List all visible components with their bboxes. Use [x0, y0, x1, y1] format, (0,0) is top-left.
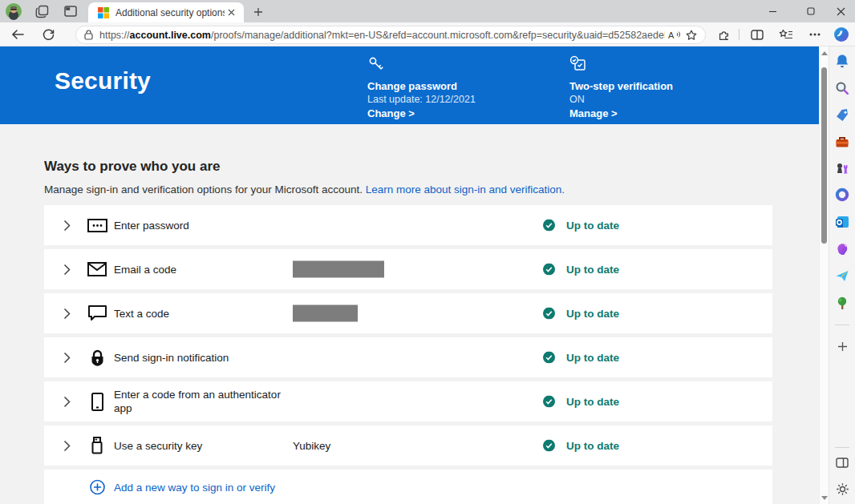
- extensions-icon: [717, 28, 731, 42]
- favorites-button[interactable]: [776, 26, 796, 43]
- toolbox-icon: [835, 135, 849, 148]
- paint-splash-icon: [835, 241, 849, 256]
- maximize-button[interactable]: [795, 0, 827, 22]
- profile-avatar[interactable]: [4, 2, 23, 20]
- method-row-security-key[interactable]: Use a security key Yubikey Up to date: [44, 425, 772, 466]
- image-creator-button[interactable]: [833, 239, 852, 258]
- sidebar-settings-button[interactable]: [833, 479, 852, 498]
- etree-button[interactable]: [833, 293, 852, 312]
- copilot-icon: [833, 26, 849, 42]
- method-row-authenticator-app[interactable]: Enter a code from an authenticator app U…: [44, 381, 772, 421]
- lock-shield-icon: [87, 347, 107, 368]
- change-password-link[interactable]: Change >: [367, 107, 552, 119]
- redacted-email-value: [293, 261, 384, 278]
- method-label: Email a code: [114, 263, 176, 276]
- check-circle-icon: [543, 220, 555, 232]
- add-method-link[interactable]: Add a new way to sign in or verify: [114, 482, 275, 494]
- check-circle-icon: [543, 396, 555, 408]
- section-heading: Ways to prove who you are: [44, 159, 220, 175]
- lock-icon[interactable]: [84, 30, 93, 40]
- m365-ring-icon: [835, 187, 849, 202]
- workspaces-button[interactable]: [32, 2, 51, 20]
- star-icon: [686, 30, 697, 41]
- settings-more-button[interactable]: [805, 26, 825, 43]
- drop-button[interactable]: [833, 266, 852, 285]
- notifications-button[interactable]: [833, 51, 852, 71]
- expand-chevron-icon[interactable]: [63, 263, 73, 276]
- panel-layout-icon: [836, 458, 849, 468]
- sms-bubble-icon: [87, 303, 107, 324]
- expand-chevron-icon[interactable]: [63, 351, 73, 364]
- check-circle-icon: [543, 440, 555, 452]
- minimize-icon: [768, 7, 777, 16]
- games-button[interactable]: [833, 159, 852, 178]
- sidebar-divider: [835, 325, 849, 325]
- check-circle-icon: [543, 308, 555, 320]
- maximize-icon: [807, 7, 815, 15]
- expand-chevron-icon[interactable]: [63, 395, 73, 408]
- microsoft-365-button[interactable]: [833, 185, 852, 204]
- method-row-email-code[interactable]: Email a code Up to date: [44, 249, 772, 289]
- method-label: Text a code: [114, 307, 169, 321]
- email-icon: [87, 259, 107, 280]
- outlook-icon: [835, 216, 849, 228]
- status-badge: Up to date: [543, 352, 619, 364]
- close-icon: [837, 7, 845, 16]
- active-tab[interactable]: Additional security options: [88, 2, 244, 22]
- tree-icon: [836, 296, 849, 310]
- tools-button[interactable]: [833, 132, 852, 151]
- change-password-card: Change password Last update: 12/12/2021 …: [367, 55, 552, 119]
- status-badge: Up to date: [543, 440, 619, 452]
- plus-icon: [837, 341, 848, 352]
- microsoft-favicon: [98, 7, 109, 18]
- back-button[interactable]: [8, 26, 27, 43]
- tab-title: Additional security options: [115, 7, 225, 18]
- search-icon: [835, 81, 849, 95]
- expand-chevron-icon[interactable]: [63, 439, 73, 452]
- sidebar-search-button[interactable]: [833, 79, 852, 98]
- method-row-signin-notification[interactable]: Send sign-in notification Up to date: [44, 337, 772, 377]
- add-method-row[interactable]: Add a new way to sign in or verify: [44, 470, 772, 504]
- method-row-text-code[interactable]: Text a code Up to date: [44, 293, 772, 333]
- copilot-button[interactable]: [832, 26, 851, 43]
- split-screen-button[interactable]: [748, 26, 767, 43]
- extensions-button[interactable]: [714, 26, 733, 43]
- tab-layout-icon: [64, 6, 77, 17]
- sign-in-methods-list: Enter password Up to date Email a code: [44, 205, 772, 504]
- scrollbar-thumb[interactable]: [821, 67, 827, 244]
- read-aloud-icon: A: [668, 30, 680, 40]
- page-scrollbar[interactable]: [819, 46, 829, 504]
- outlook-button[interactable]: [833, 212, 852, 232]
- split-screen-icon: [751, 30, 764, 40]
- gear-icon: [836, 482, 849, 496]
- refresh-button[interactable]: [38, 26, 58, 43]
- svg-text:A: A: [668, 30, 675, 40]
- shopping-button[interactable]: [833, 105, 852, 124]
- method-row-enter-password[interactable]: Enter password Up to date: [44, 205, 772, 245]
- sidebar-panel-button[interactable]: [833, 453, 852, 472]
- usb-security-key-icon: [87, 435, 107, 456]
- tab-close-button[interactable]: [225, 6, 237, 19]
- workspaces-icon: [35, 5, 49, 18]
- navigation-toolbar: https://account.live.com/proofs/manage/a…: [0, 22, 855, 46]
- bell-icon: [835, 54, 849, 69]
- close-window-button[interactable]: [827, 0, 855, 22]
- favorite-star-button[interactable]: [683, 27, 700, 42]
- sidebar-divider: [835, 447, 849, 448]
- read-aloud-button[interactable]: A: [665, 27, 683, 42]
- section-description: Manage sign-in and verification options …: [44, 183, 565, 196]
- browser-window: Additional security options: [0, 0, 855, 504]
- favorites-list-icon: [779, 29, 793, 40]
- expand-chevron-icon[interactable]: [63, 307, 73, 320]
- method-label: Enter a code from an authenticator app: [114, 388, 284, 415]
- customize-sidebar-button[interactable]: [833, 337, 852, 356]
- address-bar[interactable]: https://account.live.com/proofs/manage/a…: [75, 26, 706, 44]
- ellipsis-icon: [809, 33, 821, 36]
- security-header: Security Change password Last update: 12…: [0, 46, 819, 124]
- expand-chevron-icon[interactable]: [63, 219, 73, 232]
- manage-two-step-link[interactable]: Manage >: [569, 107, 754, 119]
- tab-actions-button[interactable]: [61, 2, 80, 20]
- new-tab-button[interactable]: [249, 4, 268, 20]
- learn-more-link[interactable]: Learn more about sign-in and verificatio…: [366, 183, 565, 196]
- minimize-button[interactable]: [756, 0, 788, 22]
